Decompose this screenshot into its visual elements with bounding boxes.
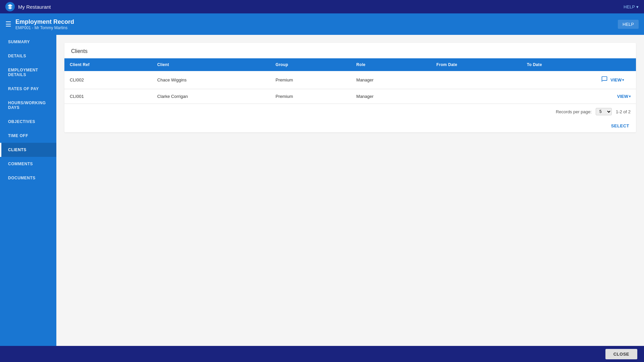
sidebar-item-employment-details[interactable]: EMPLOYMENT DETAILS — [0, 63, 56, 82]
cell-client-ref: CLI001 — [64, 89, 152, 104]
page-header-title: Employment Record EMP001 - Mr Tommy Mart… — [15, 18, 74, 30]
page-header-left: ☰ Employment Record EMP001 - Mr Tommy Ma… — [5, 18, 74, 30]
content-area: Clients Client Ref Client Group Role Fro… — [56, 35, 644, 346]
cell-from-date — [431, 71, 522, 89]
panel-title: Clients — [64, 43, 636, 58]
bottom-bar: CLOSE — [0, 346, 644, 362]
pagination-info: 1-2 of 2 — [616, 109, 631, 114]
cell-to-date — [522, 89, 596, 104]
main-layout: SUMMARY DETAILS EMPLOYMENT DETAILS RATES… — [0, 35, 644, 346]
cell-from-date — [431, 89, 522, 104]
hamburger-icon: ☰ — [5, 20, 11, 28]
records-per-page-select[interactable]: 5 10 25 — [596, 108, 612, 115]
col-client-ref: Client Ref — [64, 58, 152, 71]
page-title: Employment Record — [15, 18, 74, 25]
cell-group: Premium — [270, 89, 351, 104]
select-button[interactable]: SELECT — [611, 123, 629, 128]
col-role: Role — [351, 58, 431, 71]
page-subtitle: EMP001 - Mr Tommy Martins — [15, 25, 74, 30]
cell-client: Chace Wiggins — [152, 71, 270, 89]
records-per-page-label: Records per page: — [556, 109, 592, 114]
comment-icon[interactable] — [601, 76, 608, 84]
col-actions — [596, 58, 636, 71]
top-nav-help[interactable]: HELP ▾ — [624, 4, 639, 9]
cell-client: Clarke Corrigan — [152, 89, 270, 104]
cell-to-date — [522, 71, 596, 89]
sidebar-item-clients[interactable]: CLIENTS — [0, 143, 56, 157]
view-dropdown-icon: ▾ — [629, 95, 631, 98]
table-row: CLI002 Chace Wiggins Premium Manager VIE… — [64, 71, 636, 89]
select-button-container: SELECT — [64, 119, 636, 132]
col-group: Group — [270, 58, 351, 71]
view-button-row1[interactable]: VIEW ▾ — [610, 77, 624, 82]
table-row: CLI001 Clarke Corrigan Premium Manager V… — [64, 89, 636, 104]
clients-table: Client Ref Client Group Role From Date T… — [64, 58, 636, 104]
cell-role: Manager — [351, 71, 431, 89]
header-help-button[interactable]: HELP — [618, 20, 639, 29]
col-to-date: To Date — [522, 58, 596, 71]
sidebar-item-details[interactable]: DETAILS — [0, 49, 56, 63]
view-button-row2[interactable]: VIEW ▾ — [617, 94, 631, 99]
top-navigation: My Restaurant HELP ▾ — [0, 0, 644, 13]
sidebar-item-rates-of-pay[interactable]: RATES OF PAY — [0, 82, 56, 96]
table-footer: Records per page: 5 10 25 1-2 of 2 — [64, 104, 636, 119]
help-dropdown-icon: ▾ — [636, 4, 639, 9]
sidebar-item-hours-working-days[interactable]: HOURS/WORKING DAYS — [0, 96, 56, 115]
cell-client-ref: CLI002 — [64, 71, 152, 89]
view-dropdown-icon: ▾ — [622, 78, 624, 82]
cell-actions: VIEW ▾ — [596, 89, 636, 104]
col-client: Client — [152, 58, 270, 71]
app-title: My Restaurant — [18, 4, 51, 10]
cell-actions: VIEW ▾ — [596, 71, 636, 89]
top-help-label: HELP — [624, 4, 635, 9]
sidebar-item-objectives[interactable]: OBJECTIVES — [0, 115, 56, 129]
app-logo — [5, 2, 15, 11]
page-header: ☰ Employment Record EMP001 - Mr Tommy Ma… — [0, 13, 644, 35]
cell-group: Premium — [270, 71, 351, 89]
top-nav-left: My Restaurant — [5, 2, 51, 11]
clients-panel: Clients Client Ref Client Group Role Fro… — [64, 43, 636, 132]
close-button[interactable]: CLOSE — [605, 349, 637, 359]
sidebar-item-comments[interactable]: COMMENTS — [0, 157, 56, 171]
sidebar-item-documents[interactable]: DOCUMENTS — [0, 171, 56, 185]
hamburger-button[interactable]: ☰ — [5, 20, 11, 28]
sidebar-item-time-off[interactable]: TIME OFF — [0, 129, 56, 143]
cell-role: Manager — [351, 89, 431, 104]
col-from-date: From Date — [431, 58, 522, 71]
sidebar-item-summary[interactable]: SUMMARY — [0, 35, 56, 49]
sidebar: SUMMARY DETAILS EMPLOYMENT DETAILS RATES… — [0, 35, 56, 346]
table-header-row: Client Ref Client Group Role From Date T… — [64, 58, 636, 71]
